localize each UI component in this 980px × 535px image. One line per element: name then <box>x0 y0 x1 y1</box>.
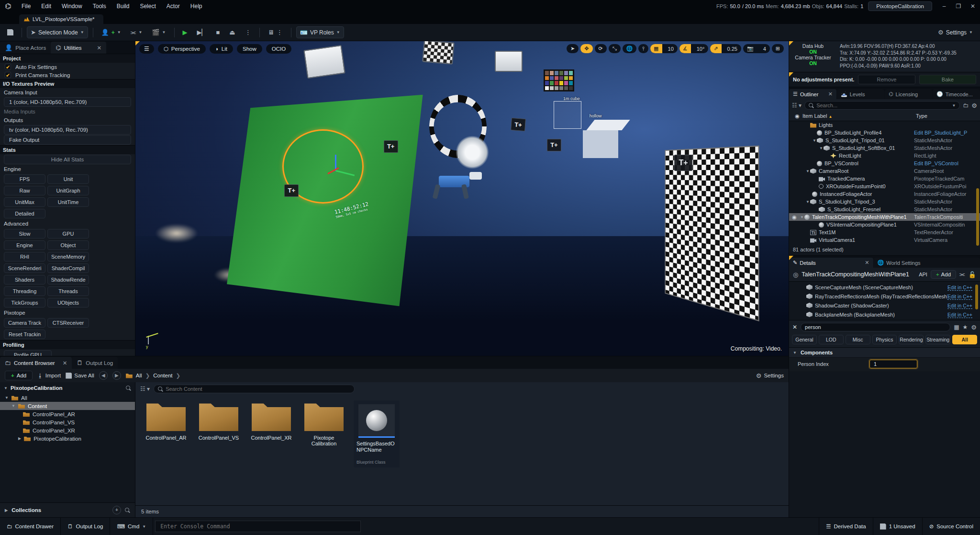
grid-snap-control[interactable]: ▦10 <box>650 44 678 53</box>
save-button[interactable] <box>4 27 17 37</box>
filter-icon[interactable]: ☷ ▾ <box>140 386 150 392</box>
scale-tool-button[interactable]: ⤡ <box>609 44 621 53</box>
filter-physics[interactable]: Physics <box>872 335 897 344</box>
outliner-row[interactable]: RectLightRectLight <box>789 152 980 159</box>
component-row[interactable]: BackplaneMesh (BackplaneMesh)Edit in C++ <box>789 310 980 319</box>
expand-arrow-icon[interactable]: ▼ <box>812 138 817 143</box>
menu-build[interactable]: Build <box>111 0 135 12</box>
stat-unittime-button[interactable]: UnitTime <box>47 197 89 207</box>
expand-arrow-icon[interactable]: ▼ <box>819 146 824 150</box>
tab-place-actors[interactable]: 👤 Place Actors <box>0 42 51 54</box>
tree-item-content[interactable]: ▼Content <box>0 402 135 410</box>
folder-tile-controlpanel-ar[interactable]: ControlPanel_AR <box>143 400 189 441</box>
outliner-row[interactable]: InstancedFoliageActorInstancedFoliageAct… <box>789 190 980 198</box>
move-tool-button[interactable]: ✥ <box>580 44 592 53</box>
lock-icon[interactable]: 🔓 <box>969 271 976 278</box>
menu-edit[interactable]: Edit <box>36 0 56 12</box>
person-index-input[interactable] <box>869 360 917 368</box>
grid-snap-value[interactable]: 10 <box>664 45 678 53</box>
filter-general[interactable]: General <box>792 335 817 344</box>
outliner-row[interactable]: ▼CameraRootCameraRoot <box>789 167 980 175</box>
stat-object-button[interactable]: Object <box>47 240 89 250</box>
output-tv-button[interactable]: tv (color, HD-1080p50, Rec.709) <box>4 125 131 135</box>
maximize-button[interactable]: ❐ <box>951 3 966 10</box>
tab-timecode[interactable]: 🕒Timecode... <box>933 89 980 99</box>
outliner-row[interactable]: Lights <box>789 121 980 129</box>
tab-levels[interactable]: 🗻Levels <box>837 89 884 99</box>
folder-tile-pixotope-calibration[interactable]: Pixotope Calibration <box>301 400 347 446</box>
chevron-down-icon[interactable]: ▼ <box>952 103 956 108</box>
filter-all[interactable]: All <box>952 335 977 344</box>
maximize-viewport-button[interactable]: ⊞ <box>772 44 784 53</box>
asset-tile-blueprint[interactable]: SettingsBasedONPCName Blueprint Class <box>354 400 400 467</box>
stat-detailed-button[interactable]: Detailed <box>4 209 45 218</box>
camera-input-button[interactable]: 1 (color, HD-1080p50, Rec.709) <box>4 97 131 107</box>
api-button[interactable]: API <box>919 272 927 277</box>
stat-threading-button[interactable]: Threading <box>4 286 45 296</box>
component-row[interactable]: SceneCaptureMesh (SceneCaptureMesh)Edit … <box>789 283 980 292</box>
stat-scenerendering-button[interactable]: SceneRenderi <box>4 263 45 273</box>
component-row[interactable]: ShadowCaster (ShadowCaster)Edit in C++ <box>789 301 980 310</box>
close-icon[interactable]: ✕ <box>63 360 67 366</box>
rotate-tool-button[interactable]: ⟳ <box>595 44 607 53</box>
outliner-row[interactable]: BP_StudioLight_Profile4Edit BP_StudioLig… <box>789 129 980 137</box>
menu-help[interactable]: Help <box>185 0 208 12</box>
eye-icon[interactable]: ◉ <box>789 214 800 220</box>
tab-world-settings[interactable]: 🌐World Settings <box>874 258 980 268</box>
section-project[interactable]: Project <box>0 54 135 63</box>
stat-gpu-button[interactable]: GPU <box>47 229 89 239</box>
filter-streaming[interactable]: Streaming <box>925 335 950 344</box>
filter-rendering[interactable]: Rendering <box>899 335 924 344</box>
select-tool-button[interactable]: ➤ <box>567 44 579 53</box>
display-filter-icon[interactable]: ▦ <box>954 324 959 330</box>
scale-snap-value[interactable]: 0.25 <box>724 45 741 53</box>
vp-roles-dropdown[interactable]: 🪪 VP Roles ▼ <box>296 26 344 38</box>
stat-fps-button[interactable]: FPS <box>4 174 45 184</box>
stat-threads-button[interactable]: Threads <box>47 286 89 296</box>
search-icon[interactable] <box>126 386 131 391</box>
details-scrollbar[interactable] <box>975 285 978 309</box>
filter-lod[interactable]: LOD <box>819 335 844 344</box>
tab-outliner[interactable]: ☰Outliner✕ <box>789 89 836 99</box>
project-name-button[interactable]: PixotopeCalibration <box>868 1 932 11</box>
tree-item-all[interactable]: ▼All <box>0 394 135 402</box>
fake-output-button[interactable]: Fake Output <box>4 135 131 145</box>
stat-ctsreceiver-button[interactable]: CTSReceiver <box>47 318 89 328</box>
outliner-row[interactable]: ▼S_StudioLight_Tripod_01StaticMeshActor <box>789 137 980 144</box>
forward-button[interactable]: ▶ <box>112 371 121 380</box>
edit-in-cpp-link[interactable]: Edit in C++ <box>947 285 972 290</box>
item-label-column[interactable]: Item Label ▲ <box>802 113 916 119</box>
tab-licensing[interactable]: ⌬Licensing <box>885 89 932 99</box>
outliner-scrollbar[interactable] <box>976 188 979 246</box>
source-control-button[interactable]: ⊘ Source Control <box>923 518 980 535</box>
cmd-dropdown[interactable]: ⌨ Cmd ▼ <box>110 518 153 535</box>
outliner-row-selected[interactable]: ◉▼TalenTrackCompositingMeshWithPlane1Tal… <box>789 213 980 221</box>
selection-mode-dropdown[interactable]: ➤ Selection Mode ▼ <box>27 26 88 38</box>
outliner-row[interactable]: ▼S_StudioLight_Tripod_3StaticMeshActor <box>789 198 980 205</box>
menu-file[interactable]: File <box>16 0 36 12</box>
unsaved-button[interactable]: 1 Unsaved <box>873 518 923 535</box>
outliner-row[interactable]: VSInternalCompositingPlane1VSInternalCom… <box>789 221 980 228</box>
tab-content-browser[interactable]: 🗀 Content Browser ✕ <box>0 357 72 369</box>
tree-header[interactable]: ▼ PixotopeCalibration <box>0 382 135 394</box>
collections-bar[interactable]: ▶ Collections + <box>0 502 135 517</box>
close-icon[interactable]: ✕ <box>865 260 869 266</box>
stat-tickgroups-button[interactable]: TickGroups <box>4 298 45 307</box>
minimize-button[interactable]: – <box>937 3 951 10</box>
perspective-dropdown[interactable]: ⬡Perspective <box>158 44 206 54</box>
outliner-row[interactable]: S_StudioLight_FresnelStaticMeshActor <box>789 205 980 213</box>
play-button[interactable]: ▶ <box>179 27 191 38</box>
stat-cameratrack-button[interactable]: Camera Track <box>4 318 45 328</box>
angle-snap-control[interactable]: ∡10° <box>679 44 709 53</box>
camera-speed-value[interactable]: 4 <box>759 45 770 53</box>
viewport-options-button[interactable]: ☰ <box>139 44 154 54</box>
clear-search-icon[interactable]: ✕ <box>792 324 797 330</box>
content-settings-button[interactable]: ⚙ Settings <box>756 372 784 379</box>
expand-arrow-icon[interactable]: ▼ <box>805 169 810 173</box>
hide-all-stats-button[interactable]: Hide All Stats <box>4 155 131 164</box>
stat-scenememory-button[interactable]: SceneMemory <box>47 252 89 262</box>
eject-button[interactable]: ⏏ <box>226 27 238 38</box>
stat-rhi-button[interactable]: RHI <box>4 252 45 262</box>
back-button[interactable]: ◀ <box>99 371 108 380</box>
bake-button[interactable]: Bake <box>919 75 976 84</box>
